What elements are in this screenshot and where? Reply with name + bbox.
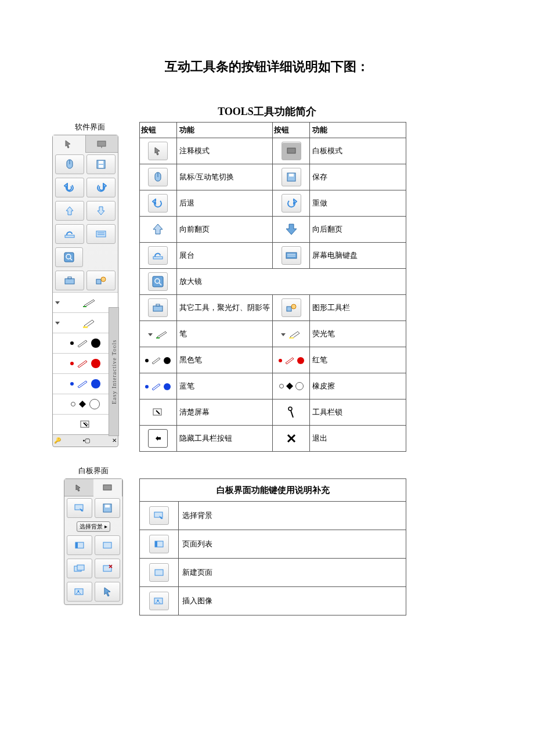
svg-rect-8	[96, 231, 106, 237]
undo-button[interactable]	[55, 178, 84, 197]
doc-camera-icon	[64, 229, 75, 239]
board-icon	[96, 140, 107, 148]
save-button[interactable]	[86, 154, 116, 174]
tab-annotation[interactable]	[64, 479, 93, 496]
board-icon	[103, 484, 112, 491]
dot-small-icon	[70, 362, 74, 365]
page-list-icon	[149, 535, 169, 553]
toolbox-button[interactable]	[55, 271, 84, 290]
copy-page-button[interactable]	[67, 559, 92, 578]
tools-function-table: 按钮 功能 按钮 功能 注释模式 白板模式 鼠标/互动笔切换 保存 后退 重做 …	[139, 122, 406, 452]
page-prev-button[interactable]	[55, 201, 84, 221]
shapes-button[interactable]	[86, 271, 116, 290]
svg-rect-42	[103, 485, 111, 490]
func-label: 保存	[310, 164, 406, 190]
func-label: 工具栏锁	[310, 399, 406, 426]
svg-rect-27	[286, 253, 297, 258]
header-func-left: 功能	[176, 123, 273, 138]
func-label: 放大镜	[176, 269, 406, 295]
dot-small-icon	[70, 341, 74, 345]
delete-page-button[interactable]	[95, 559, 120, 578]
shapes-icon	[95, 276, 107, 285]
arrow-up-icon	[149, 221, 167, 238]
red-pen-icon	[279, 357, 304, 365]
func-label: 插入图像	[179, 587, 406, 615]
func-label: 向前翻页	[176, 217, 273, 243]
save-button[interactable]	[95, 498, 120, 518]
new-page-icon	[149, 563, 169, 582]
clear-icon	[149, 404, 167, 421]
svg-rect-15	[68, 277, 71, 279]
func-label: 图形工具栏	[310, 295, 406, 321]
close-icon[interactable]: ✕	[112, 437, 117, 444]
dot-small-icon	[70, 382, 74, 386]
tab-whiteboard[interactable]	[86, 135, 118, 153]
camera-button[interactable]	[55, 224, 84, 244]
svg-rect-5	[99, 161, 103, 164]
pen-icon	[148, 330, 168, 339]
circle-small-icon	[71, 402, 75, 406]
func-label: 展台	[176, 243, 273, 269]
select-bg-dropdown[interactable]: 选择背景 ▸	[77, 521, 110, 532]
magnifier-button[interactable]	[55, 247, 83, 267]
arrow-down-icon	[282, 221, 301, 238]
func-label: 鼠标/互动笔切换	[176, 164, 273, 190]
arrow-up-icon	[65, 206, 74, 216]
arrow-cursor-icon	[103, 587, 111, 596]
func-label: 荧光笔	[310, 321, 406, 347]
svg-rect-26	[153, 257, 163, 259]
keyboard-button[interactable]	[86, 224, 116, 244]
pen-icon	[76, 339, 89, 348]
svg-rect-48	[103, 542, 111, 548]
dot-large-icon	[91, 379, 100, 388]
svg-rect-14	[65, 279, 74, 284]
func-label: 清楚屏幕	[176, 399, 273, 426]
svg-rect-56	[155, 541, 157, 547]
clear-icon	[79, 419, 92, 430]
tab-annotation[interactable]	[53, 135, 86, 153]
svg-rect-37	[156, 337, 160, 339]
eraser-icon	[78, 399, 87, 409]
zoom-icon	[148, 272, 168, 291]
pointer-button[interactable]	[95, 582, 120, 602]
new-page-button[interactable]	[95, 535, 120, 555]
svg-line-41	[291, 411, 293, 417]
page-title: 互动工具条的按钮详细说明如下图：	[52, 58, 482, 75]
collapse-icon[interactable]: ▪▢	[83, 437, 91, 444]
lock-icon[interactable]: 🔑	[54, 437, 61, 444]
black-pen-icon	[145, 357, 171, 365]
svg-rect-38	[289, 337, 294, 339]
mouse-button[interactable]	[55, 154, 84, 174]
header-func-right: 功能	[310, 123, 406, 138]
chevron-down-icon	[55, 301, 60, 304]
func-label: 橡皮擦	[310, 373, 406, 399]
software-panel-column: 软件界面	[52, 122, 128, 447]
svg-rect-30	[153, 276, 163, 287]
floppy-icon	[103, 503, 112, 513]
svg-rect-21	[287, 148, 295, 153]
svg-rect-45	[105, 505, 110, 507]
insert-image-icon	[149, 592, 169, 610]
svg-rect-54	[154, 512, 163, 517]
select-bg-button[interactable]	[67, 498, 92, 518]
page-list-button[interactable]	[67, 535, 92, 555]
software-toolbar: 🔑 ▪▢ ✕ Easy Interactive Tools	[52, 135, 118, 447]
page-next-button[interactable]	[86, 201, 116, 221]
keyboard-icon	[95, 230, 107, 238]
tab-whiteboard[interactable]	[93, 479, 123, 496]
whiteboard-function-table: 白板界面功能键使用说明补充 选择背景 页面列表 新建页面 插入图像	[139, 478, 406, 615]
side-vertical-label: Easy Interactive Tools	[109, 307, 119, 436]
func-label: 白板模式	[310, 138, 406, 164]
func-label: 重做	[310, 190, 406, 217]
zoom-icon	[63, 251, 75, 263]
func-label: 红笔	[310, 347, 406, 373]
func-label: 笔	[176, 321, 273, 347]
keyboard-icon	[282, 246, 301, 265]
svg-rect-6	[99, 165, 103, 168]
func-label: 屏幕电脑键盘	[310, 243, 406, 269]
cursor-icon	[74, 484, 84, 492]
insert-image-button[interactable]	[67, 582, 92, 602]
func-label: 向后翻页	[310, 217, 406, 243]
blue-pen-icon	[145, 383, 171, 391]
redo-button[interactable]	[86, 178, 116, 197]
